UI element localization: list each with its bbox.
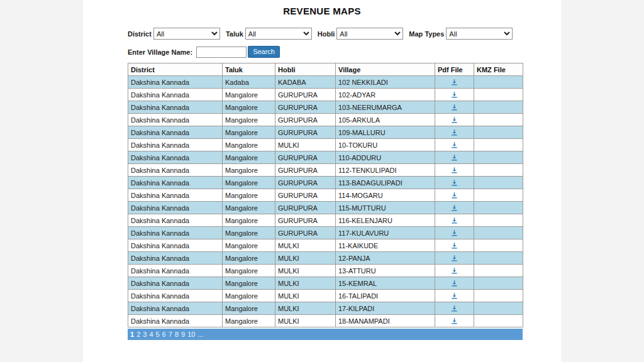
pdf-download-icon[interactable] [451, 179, 458, 187]
kmz-file-cell [474, 139, 523, 151]
taluk-cell: Mangalore [223, 277, 275, 290]
kmz-file-cell [474, 214, 523, 227]
hobli-cell: KADABA [275, 76, 336, 89]
page-link[interactable]: 8 [175, 331, 179, 338]
village-cell: 11-KAIKUDE [336, 239, 435, 252]
district-cell: Dakshina Kannada [128, 189, 223, 202]
pdf-download-icon[interactable] [451, 116, 458, 124]
village-cell: 109-MALLURU [336, 126, 435, 139]
district-cell: Dakshina Kannada [128, 76, 223, 89]
table-row: Dakshina KannadaMangaloreMULKI12-PANJA [128, 252, 523, 265]
table-row: Dakshina KannadaMangaloreGURUPURA115-MUT… [128, 202, 523, 214]
taluk-cell: Mangalore [223, 202, 275, 214]
pdf-file-cell [435, 214, 474, 227]
page-link[interactable]: 4 [149, 331, 153, 338]
table-row: Dakshina KannadaMangaloreGURUPURA105-ARK… [128, 114, 523, 126]
pdf-download-icon[interactable] [451, 217, 458, 224]
taluk-cell: Kadaba [223, 76, 275, 89]
page-link[interactable]: 1 [130, 331, 134, 338]
taluk-select[interactable]: All [245, 28, 312, 40]
map-types-label: Map Types [409, 30, 444, 38]
taluk-cell: Mangalore [223, 101, 275, 114]
village-cell: 15-KEMRAL [336, 277, 435, 290]
pdf-file-cell [435, 302, 474, 315]
village-cell: 112-TENKULIPADI [336, 164, 435, 177]
pdf-download-icon[interactable] [451, 242, 458, 250]
pdf-download-icon[interactable] [451, 267, 458, 275]
village-cell: 13-ATTURU [336, 265, 435, 277]
pdf-file-cell [435, 277, 474, 290]
district-cell: Dakshina Kannada [128, 114, 223, 126]
village-cell: 115-MUTTURU [336, 202, 435, 214]
pdf-download-icon[interactable] [451, 204, 458, 212]
pdf-file-cell [435, 89, 474, 101]
village-cell: 102 NEKKILADI [336, 76, 435, 89]
page-link[interactable]: 10 [187, 331, 195, 338]
revenue-maps-table: DistrictTalukHobliVillagePdf FileKMZ Fil… [128, 63, 523, 327]
hobli-cell: GURUPURA [275, 151, 336, 164]
village-cell: 12-PANJA [336, 252, 435, 265]
pdf-download-icon[interactable] [451, 292, 458, 300]
pdf-download-icon[interactable] [451, 317, 458, 325]
page-link[interactable]: 9 [181, 331, 185, 338]
pdf-download-icon[interactable] [451, 229, 458, 237]
hobli-select[interactable]: All [336, 28, 403, 40]
kmz-file-cell [474, 252, 523, 265]
pdf-file-cell [435, 189, 474, 202]
search-button[interactable]: Search [248, 46, 280, 58]
hobli-cell: MULKI [275, 315, 336, 327]
pdf-download-icon[interactable] [451, 154, 458, 162]
pdf-download-icon[interactable] [451, 280, 458, 287]
filter-bar: District All Taluk All Hobli All Map Typ… [128, 28, 523, 40]
pdf-file-cell [435, 114, 474, 126]
hobli-cell: GURUPURA [275, 89, 336, 101]
pdf-download-icon[interactable] [451, 167, 458, 174]
village-cell: 110-ADDURU [336, 151, 435, 164]
pdf-download-icon[interactable] [451, 305, 458, 312]
pdf-download-icon[interactable] [451, 192, 458, 199]
page-link[interactable]: 2 [136, 331, 140, 338]
pdf-download-icon[interactable] [451, 104, 458, 111]
village-cell: 102-ADYAR [336, 89, 435, 101]
taluk-cell: Mangalore [223, 151, 275, 164]
page-link[interactable]: 3 [143, 331, 147, 338]
hobli-cell: GURUPURA [275, 126, 336, 139]
village-name-input[interactable] [196, 47, 247, 58]
district-cell: Dakshina Kannada [128, 89, 223, 101]
page-link[interactable]: 6 [162, 331, 166, 338]
pdf-file-cell [435, 315, 474, 327]
kmz-file-cell [474, 189, 523, 202]
kmz-file-cell [474, 151, 523, 164]
district-select[interactable]: All [153, 28, 220, 40]
pdf-download-icon[interactable] [451, 129, 458, 136]
hobli-label: Hobli [318, 30, 335, 38]
pdf-file-cell [435, 202, 474, 214]
pdf-download-icon[interactable] [451, 79, 458, 86]
hobli-cell: MULKI [275, 252, 336, 265]
kmz-file-cell [474, 227, 523, 239]
hobli-cell: GURUPURA [275, 177, 336, 189]
district-cell: Dakshina Kannada [128, 139, 223, 151]
hobli-cell: GURUPURA [275, 189, 336, 202]
table-row: Dakshina KannadaMangaloreGURUPURA109-MAL… [128, 126, 523, 139]
pdf-file-cell [435, 139, 474, 151]
hobli-cell: MULKI [275, 290, 336, 302]
taluk-label: Taluk [226, 30, 243, 38]
taluk-cell: Mangalore [223, 239, 275, 252]
village-cell: 114-MOGARU [336, 189, 435, 202]
district-cell: Dakshina Kannada [128, 302, 223, 315]
pdf-download-icon[interactable] [451, 141, 458, 149]
page-link[interactable]: ... [197, 331, 203, 338]
table-row: Dakshina KannadaMangaloreMULKI16-TALIPAD… [128, 290, 523, 302]
pdf-file-cell [435, 252, 474, 265]
district-cell: Dakshina Kannada [128, 277, 223, 290]
pdf-download-icon[interactable] [451, 255, 458, 262]
village-cell: 113-BADAGULIPADI [336, 177, 435, 189]
district-cell: Dakshina Kannada [128, 214, 223, 227]
map-types-select[interactable]: All [446, 28, 513, 40]
pdf-download-icon[interactable] [451, 91, 458, 99]
page-link[interactable]: 5 [156, 331, 160, 338]
taluk-cell: Mangalore [223, 189, 275, 202]
taluk-cell: Mangalore [223, 114, 275, 126]
page-link[interactable]: 7 [169, 331, 172, 338]
